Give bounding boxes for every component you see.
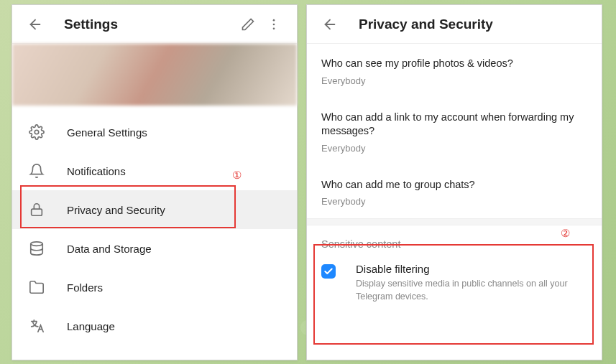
settings-panel: Settings General Settings Notifications … — [12, 4, 298, 360]
svg-point-6 — [31, 242, 43, 246]
profile-banner[interactable] — [12, 44, 297, 106]
svg-point-4 — [35, 130, 39, 134]
privacy-item-forwarding[interactable]: Who can add a link to my account when fo… — [321, 98, 587, 165]
checkbox-description: Display sensitive media in public channe… — [356, 278, 587, 303]
menu-item-privacy[interactable]: Privacy and Security — [12, 190, 297, 229]
privacy-question: Who can add a link to my account when fo… — [321, 111, 587, 139]
privacy-panel: Privacy and Security Who can see my prof… — [306, 4, 602, 360]
svg-point-1 — [273, 19, 275, 21]
arrow-left-icon — [322, 17, 338, 32]
callout-number-1: ① — [232, 169, 242, 182]
menu-item-notifications[interactable]: Notifications — [12, 151, 297, 190]
privacy-value: Everybody — [321, 75, 587, 86]
menu-item-label: Privacy and Security — [67, 204, 165, 216]
callout-number-2: ② — [561, 227, 570, 240]
menu-item-label: Language — [67, 320, 115, 332]
pencil-icon — [241, 17, 255, 32]
privacy-question: Who can see my profile photos & videos? — [321, 57, 587, 71]
section-divider — [307, 218, 602, 225]
back-button[interactable] — [22, 11, 48, 37]
database-icon — [28, 240, 45, 257]
menu-item-label: Data and Storage — [67, 243, 152, 255]
lock-icon — [28, 201, 45, 218]
folder-icon — [28, 279, 45, 296]
disable-filtering-checkbox[interactable] — [321, 264, 336, 279]
privacy-header: Privacy and Security — [307, 5, 602, 44]
gear-icon — [28, 123, 45, 141]
menu-item-label: General Settings — [67, 126, 147, 139]
menu-item-label: Notifications — [67, 165, 126, 177]
more-button[interactable] — [261, 11, 287, 37]
privacy-question: Who can add me to group chats? — [321, 178, 587, 192]
language-icon — [28, 317, 45, 335]
section-title-sensitive: Sensitive content — [321, 225, 587, 258]
privacy-value: Everybody — [321, 196, 587, 207]
settings-title: Settings — [64, 17, 235, 32]
edit-button[interactable] — [235, 11, 261, 37]
bell-icon — [28, 162, 45, 179]
privacy-title: Privacy and Security — [359, 17, 592, 32]
settings-header: Settings — [12, 5, 297, 44]
more-vertical-icon — [267, 17, 281, 32]
svg-rect-5 — [32, 209, 42, 215]
menu-item-label: Folders — [67, 281, 103, 294]
settings-menu: General Settings Notifications Privacy a… — [12, 106, 297, 345]
privacy-item-groups[interactable]: Who can add me to group chats? Everybody — [321, 165, 587, 219]
disable-filtering-row[interactable]: Disable filtering Display sensitive medi… — [321, 258, 587, 307]
svg-point-2 — [273, 23, 275, 25]
checkbox-label: Disable filtering — [356, 263, 587, 275]
privacy-value: Everybody — [321, 143, 587, 154]
privacy-body: Who can see my profile photos & videos? … — [307, 44, 602, 307]
back-button[interactable] — [317, 11, 343, 37]
menu-item-general[interactable]: General Settings — [12, 113, 297, 151]
checkbox-text: Disable filtering Display sensitive medi… — [356, 263, 587, 303]
menu-item-folders[interactable]: Folders — [12, 268, 297, 307]
check-icon — [323, 266, 334, 276]
arrow-left-icon — [27, 17, 43, 32]
svg-point-3 — [273, 27, 275, 29]
privacy-item-profile-photos[interactable]: Who can see my profile photos & videos? … — [321, 44, 587, 98]
menu-item-data[interactable]: Data and Storage — [12, 229, 297, 268]
menu-item-language[interactable]: Language — [12, 307, 297, 345]
